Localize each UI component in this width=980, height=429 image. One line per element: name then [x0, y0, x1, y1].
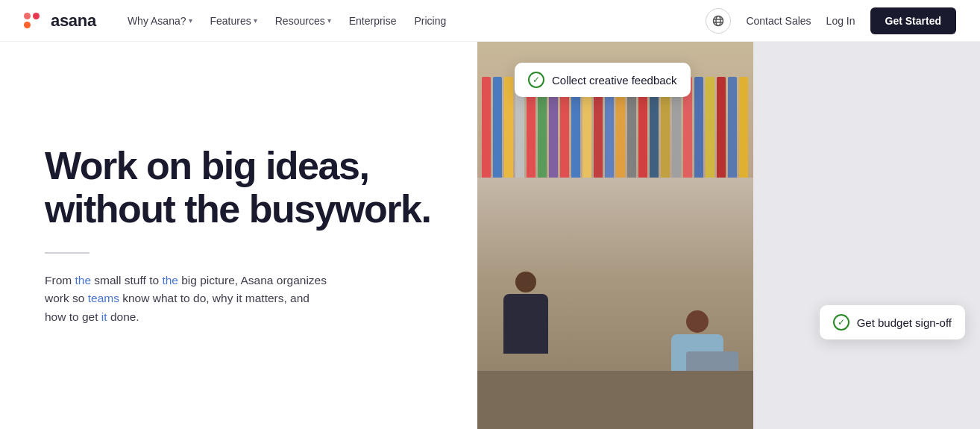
- globe-icon: [712, 15, 724, 27]
- budget-card: ✓ Get budget sign-off: [820, 305, 965, 339]
- chevron-down-icon: ▾: [254, 16, 257, 25]
- language-selector[interactable]: [706, 8, 731, 34]
- hero-subtitle: From the small stuff to the big picture,…: [45, 272, 328, 327]
- nav-links: Why Asana? ▾ Features ▾ Resources ▾ Ente…: [120, 10, 706, 31]
- hero-images: ✓ Collect creative feedback ✓ Get budget…: [477, 42, 980, 429]
- book: [482, 77, 491, 193]
- logo-icon: [24, 13, 45, 29]
- person-head: [515, 272, 536, 292]
- nav-enterprise[interactable]: Enterprise: [342, 10, 404, 31]
- floor-left: [477, 371, 753, 429]
- person-standing: [500, 272, 552, 354]
- book: [493, 77, 502, 193]
- check-icon: ✓: [528, 72, 544, 88]
- feedback-label: Collect creative feedback: [552, 74, 677, 87]
- get-started-button[interactable]: Get Started: [870, 7, 956, 34]
- check-icon-budget: ✓: [833, 314, 849, 331]
- chevron-down-icon: ▾: [327, 16, 331, 25]
- book: [706, 77, 714, 193]
- nav-features[interactable]: Features ▾: [203, 10, 265, 31]
- book: [717, 77, 726, 193]
- feedback-card: ✓ Collect creative feedback: [515, 63, 691, 97]
- person-head-2: [686, 310, 709, 333]
- login-link[interactable]: Log In: [826, 15, 855, 27]
- svg-point-1: [716, 16, 720, 25]
- navigation: asana Why Asana? ▾ Features ▾ Resources …: [0, 0, 980, 42]
- nav-right: Contact Sales Log In Get Started: [706, 7, 956, 34]
- hero-title: Work on big ideas, without the busywork.: [45, 144, 433, 231]
- divider: [45, 252, 89, 254]
- budget-label: Get budget sign-off: [857, 316, 952, 329]
- nav-resources[interactable]: Resources ▾: [268, 10, 339, 31]
- chevron-down-icon: ▾: [189, 16, 192, 25]
- book: [694, 77, 703, 193]
- hero-section: Work on big ideas, without the busywork.…: [0, 42, 477, 429]
- main-content: Work on big ideas, without the busywork.…: [0, 42, 980, 429]
- contact-sales-link[interactable]: Contact Sales: [746, 15, 811, 27]
- book: [504, 77, 513, 193]
- book: [728, 77, 737, 193]
- book: [739, 77, 748, 193]
- logo[interactable]: asana: [24, 11, 96, 31]
- logo-text: asana: [51, 11, 96, 31]
- nav-why-asana[interactable]: Why Asana? ▾: [120, 10, 200, 31]
- nav-pricing[interactable]: Pricing: [406, 10, 453, 31]
- svg-point-0: [714, 16, 723, 25]
- person-body: [503, 294, 548, 354]
- office-photo-left: [477, 42, 753, 429]
